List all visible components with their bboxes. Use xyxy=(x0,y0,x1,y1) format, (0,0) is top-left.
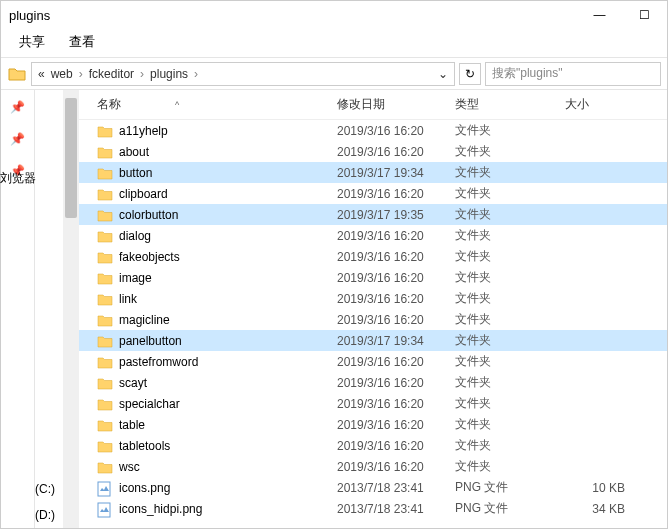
file-name: image xyxy=(119,271,152,285)
file-name: pastefromword xyxy=(119,355,198,369)
nav-scrollbar[interactable] xyxy=(63,90,79,528)
folder-icon xyxy=(97,124,113,138)
png-icon xyxy=(97,481,113,495)
file-name: panelbutton xyxy=(119,334,182,348)
pin-icon[interactable]: 📌 xyxy=(10,100,25,114)
maximize-button[interactable]: ☐ xyxy=(622,1,667,29)
file-type: 文件夹 xyxy=(455,395,565,412)
minimize-button[interactable]: — xyxy=(577,1,622,29)
file-type: 文件夹 xyxy=(455,269,565,286)
titlebar: plugins — ☐ xyxy=(1,1,667,29)
file-date: 2019/3/17 19:35 xyxy=(337,208,455,222)
file-date: 2013/7/18 23:41 xyxy=(337,481,455,495)
file-type: 文件夹 xyxy=(455,353,565,370)
folder-icon xyxy=(97,313,113,327)
table-row[interactable]: colorbutton2019/3/17 19:35文件夹 xyxy=(79,204,667,225)
table-row[interactable]: pastefromword2019/3/16 16:20文件夹 xyxy=(79,351,667,372)
folder-icon xyxy=(97,166,113,180)
folder-icon xyxy=(97,397,113,411)
file-date: 2019/3/16 16:20 xyxy=(337,187,455,201)
file-list: 名称 ^ 修改日期 类型 大小 a11yhelp2019/3/16 16:20文… xyxy=(79,90,667,528)
browser-label: 刘览器 xyxy=(1,170,36,187)
breadcrumb[interactable]: « web › fckeditor › plugins › ⌄ xyxy=(31,62,455,86)
file-type: 文件夹 xyxy=(455,437,565,454)
drive-c-label[interactable]: (C:) xyxy=(35,482,63,496)
table-row[interactable]: clipboard2019/3/16 16:20文件夹 xyxy=(79,183,667,204)
table-row[interactable]: button2019/3/17 19:34文件夹 xyxy=(79,162,667,183)
file-name: scayt xyxy=(119,376,147,390)
column-type[interactable]: 类型 xyxy=(455,96,565,113)
column-name[interactable]: 名称 ^ xyxy=(89,96,337,113)
table-row[interactable]: panelbutton2019/3/17 19:34文件夹 xyxy=(79,330,667,351)
svg-rect-1 xyxy=(98,503,110,517)
file-type: 文件夹 xyxy=(455,185,565,202)
file-type: 文件夹 xyxy=(455,374,565,391)
file-name: about xyxy=(119,145,149,159)
file-size: 10 KB xyxy=(565,481,625,495)
file-name: link xyxy=(119,292,137,306)
table-row[interactable]: tabletools2019/3/16 16:20文件夹 xyxy=(79,435,667,456)
file-name: clipboard xyxy=(119,187,168,201)
table-row[interactable]: dialog2019/3/16 16:20文件夹 xyxy=(79,225,667,246)
file-date: 2013/7/18 23:41 xyxy=(337,502,455,516)
column-size[interactable]: 大小 xyxy=(565,96,625,113)
file-date: 2019/3/16 16:20 xyxy=(337,229,455,243)
menu-share[interactable]: 共享 xyxy=(19,33,45,51)
breadcrumb-web[interactable]: web xyxy=(51,67,73,81)
pin-icon[interactable]: 📌 xyxy=(10,132,25,146)
svg-rect-0 xyxy=(98,482,110,496)
file-name: wsc xyxy=(119,460,140,474)
menu-view[interactable]: 查看 xyxy=(69,33,95,51)
search-input[interactable]: 搜索"plugins" xyxy=(485,62,661,86)
file-name: button xyxy=(119,166,152,180)
folder-icon xyxy=(97,145,113,159)
table-row[interactable]: wsc2019/3/16 16:20文件夹 xyxy=(79,456,667,477)
file-date: 2019/3/16 16:20 xyxy=(337,145,455,159)
table-row[interactable]: about2019/3/16 16:20文件夹 xyxy=(79,141,667,162)
file-type: 文件夹 xyxy=(455,290,565,307)
search-placeholder: 搜索"plugins" xyxy=(492,65,563,82)
file-name: table xyxy=(119,418,145,432)
png-icon xyxy=(97,502,113,516)
file-date: 2019/3/16 16:20 xyxy=(337,313,455,327)
table-row[interactable]: scayt2019/3/16 16:20文件夹 xyxy=(79,372,667,393)
breadcrumb-sep-icon: › xyxy=(194,67,198,81)
drive-d-label[interactable]: (D:) xyxy=(35,508,63,522)
file-name: specialchar xyxy=(119,397,180,411)
file-name: colorbutton xyxy=(119,208,178,222)
table-row[interactable]: magicline2019/3/16 16:20文件夹 xyxy=(79,309,667,330)
table-row[interactable]: fakeobjects2019/3/16 16:20文件夹 xyxy=(79,246,667,267)
scrollbar-thumb[interactable] xyxy=(65,98,77,218)
table-row[interactable]: link2019/3/16 16:20文件夹 xyxy=(79,288,667,309)
table-row[interactable]: icons_hidpi.png2013/7/18 23:41PNG 文件34 K… xyxy=(79,498,667,519)
file-type: PNG 文件 xyxy=(455,500,565,517)
file-name: icons.png xyxy=(119,481,170,495)
table-row[interactable]: image2019/3/16 16:20文件夹 xyxy=(79,267,667,288)
file-type: 文件夹 xyxy=(455,458,565,475)
table-row[interactable]: table2019/3/16 16:20文件夹 xyxy=(79,414,667,435)
folder-icon xyxy=(97,439,113,453)
file-date: 2019/3/16 16:20 xyxy=(337,460,455,474)
folder-icon xyxy=(7,64,27,84)
file-date: 2019/3/16 16:20 xyxy=(337,397,455,411)
quick-access-sidebar: 📌 📌 📌 xyxy=(1,90,35,528)
file-name: tabletools xyxy=(119,439,170,453)
folder-icon xyxy=(97,292,113,306)
breadcrumb-plugins[interactable]: plugins xyxy=(150,67,188,81)
folder-icon xyxy=(97,250,113,264)
file-date: 2019/3/16 16:20 xyxy=(337,124,455,138)
file-name: dialog xyxy=(119,229,151,243)
breadcrumb-dropdown-icon[interactable]: ⌄ xyxy=(438,67,448,81)
folder-icon xyxy=(97,271,113,285)
folder-icon xyxy=(97,334,113,348)
breadcrumb-fckeditor[interactable]: fckeditor xyxy=(89,67,134,81)
refresh-button[interactable]: ↻ xyxy=(459,63,481,85)
file-name: icons_hidpi.png xyxy=(119,502,202,516)
file-type: 文件夹 xyxy=(455,122,565,139)
table-row[interactable]: icons.png2013/7/18 23:41PNG 文件10 KB xyxy=(79,477,667,498)
column-date[interactable]: 修改日期 xyxy=(337,96,455,113)
folder-icon xyxy=(97,376,113,390)
table-row[interactable]: specialchar2019/3/16 16:20文件夹 xyxy=(79,393,667,414)
column-headers: 名称 ^ 修改日期 类型 大小 xyxy=(79,90,667,120)
table-row[interactable]: a11yhelp2019/3/16 16:20文件夹 xyxy=(79,120,667,141)
